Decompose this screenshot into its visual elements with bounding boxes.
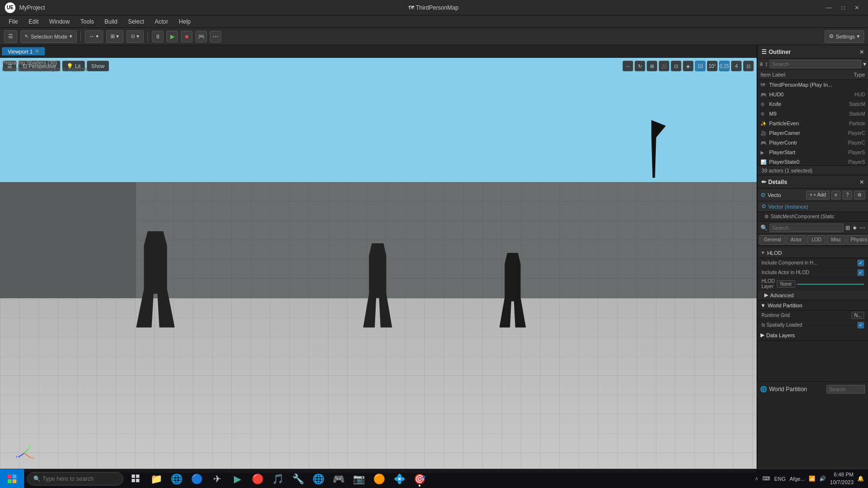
- outliner-item-3[interactable]: ⚙ M9 StaticM: [758, 109, 868, 119]
- include-actor-value[interactable]: ✓: [857, 269, 864, 276]
- hlod-layer-value[interactable]: None: [777, 280, 795, 288]
- outliner-item-6[interactable]: 🎮 PlayerContr PlayerC: [758, 138, 868, 147]
- taskbar-icon-10[interactable]: 🎮: [329, 469, 348, 488]
- viewport-rotate-icon[interactable]: ↻: [635, 61, 645, 71]
- pause-button[interactable]: ⏸: [152, 31, 163, 42]
- sort-icon[interactable]: ↕: [765, 61, 768, 67]
- outliner-item-2[interactable]: ⚙ Knife StaticM: [758, 99, 868, 109]
- spatially-loaded-value[interactable]: ✓: [857, 322, 864, 329]
- play-button[interactable]: ▶: [166, 31, 178, 42]
- viewport-lod[interactable]: 4: [731, 61, 742, 71]
- runtime-grid-value[interactable]: N...: [852, 312, 864, 319]
- taskbar-telegram[interactable]: ✈: [207, 469, 227, 488]
- transform-button[interactable]: ↔ ▾: [85, 30, 103, 43]
- taskbar-icon-12[interactable]: 🟠: [369, 469, 389, 488]
- taskbar-clock[interactable]: 6:48 PM 10/7/2023: [830, 471, 854, 486]
- mode-button[interactable]: ⊙ ▾: [126, 30, 144, 43]
- outliner-item-0[interactable]: 🗺 ThirdPersonMap (Play In...: [758, 80, 868, 90]
- spatially-loaded-checkbox[interactable]: ✓: [857, 322, 864, 329]
- details-tab-general[interactable]: General: [760, 235, 786, 245]
- world-partition-search-input[interactable]: [827, 385, 865, 394]
- menu-window[interactable]: Window: [44, 17, 75, 26]
- taskbar-file-explorer[interactable]: 📁: [147, 469, 166, 488]
- details-tab-actor[interactable]: Actor: [787, 235, 806, 245]
- viewport-scale-icon[interactable]: ⊞: [647, 61, 657, 71]
- include-component-checkbox[interactable]: ✓: [857, 260, 864, 266]
- viewport-angle-snap[interactable]: 10°: [707, 61, 718, 71]
- world-partition-section-header[interactable]: ▼ World Partition: [758, 300, 868, 311]
- details-filter-button[interactable]: ≡: [831, 191, 841, 199]
- viewport-tab-close[interactable]: ✕: [35, 48, 39, 54]
- more-icon[interactable]: ⋯: [859, 224, 865, 231]
- add-filter-icon[interactable]: ▾: [863, 61, 866, 67]
- menu-build[interactable]: Build: [100, 17, 122, 26]
- outliner-list[interactable]: 🗺 ThirdPersonMap (Play In... 🎮 HUD0 HUD …: [758, 80, 868, 165]
- details-tab-physics[interactable]: Physics: [846, 235, 868, 245]
- viewport-surface-icon[interactable]: ◈: [683, 61, 693, 71]
- viewport-camera-icon[interactable]: 🎥: [659, 61, 669, 71]
- menu-file[interactable]: File: [4, 17, 23, 26]
- outliner-search-input[interactable]: [770, 60, 861, 68]
- taskbar-search-input[interactable]: [42, 475, 110, 482]
- minimize-button[interactable]: —: [822, 2, 836, 13]
- outliner-item-4[interactable]: ✨ ParticleEven Particle: [758, 119, 868, 128]
- outliner-item-5[interactable]: 🎥 PlayerCamer PlayerC: [758, 128, 868, 138]
- include-actor-checkbox[interactable]: ✓: [857, 269, 864, 276]
- viewport-canvas[interactable]: ☰ ⊡ Perspective 💡 Lit Show ↔ ↻: [0, 58, 757, 473]
- taskbar-up-arrow-icon[interactable]: ∧: [755, 475, 759, 482]
- taskbar-icon-7[interactable]: 🎵: [268, 469, 287, 488]
- bookmark-icon[interactable]: ★: [852, 224, 857, 231]
- details-search-input[interactable]: [770, 224, 843, 232]
- show-button[interactable]: Show: [87, 61, 109, 71]
- viewport-tab-1[interactable]: Viewport 1 ✕: [2, 47, 45, 55]
- viewport-maximize[interactable]: ⊡: [743, 61, 754, 71]
- menu-edit[interactable]: Edit: [24, 17, 43, 26]
- advanced-section[interactable]: ▶ Advanced: [758, 290, 868, 300]
- menu-select[interactable]: Select: [123, 17, 149, 26]
- viewport-translate-icon[interactable]: ↔: [623, 61, 633, 71]
- toolbar-hamburger[interactable]: ☰: [4, 30, 17, 43]
- details-info-button[interactable]: ?: [842, 191, 852, 199]
- snap-button[interactable]: ⊞ ▾: [106, 30, 123, 43]
- menu-help[interactable]: Help: [174, 17, 196, 26]
- close-button[interactable]: ✕: [851, 2, 863, 13]
- filter-icon[interactable]: ≡: [760, 61, 763, 67]
- outliner-item-8[interactable]: 📊 PlayerState0 PlayerS: [758, 157, 868, 165]
- start-button[interactable]: [0, 469, 24, 488]
- taskbar-icon-11[interactable]: 📷: [349, 469, 368, 488]
- taskbar-icon-6[interactable]: 🔴: [248, 469, 267, 488]
- stop-button[interactable]: ■: [181, 31, 192, 42]
- platform-button[interactable]: 🎮: [195, 31, 207, 42]
- menu-tools[interactable]: Tools: [76, 17, 99, 26]
- taskbar-edge[interactable]: 🌐: [167, 469, 186, 488]
- taskbar-unreal-active[interactable]: 🎯: [410, 469, 429, 488]
- more-options-button[interactable]: ⋯: [210, 31, 221, 42]
- notification-icon[interactable]: 🔔: [857, 475, 864, 482]
- data-layers-section-header[interactable]: ▶ Data Layers: [758, 330, 868, 341]
- viewport-scale-snap[interactable]: 0.25: [719, 61, 730, 71]
- details-tab-misc[interactable]: Misc: [827, 235, 845, 245]
- selection-mode-button[interactable]: ↖ Selection Mode ▾: [20, 30, 77, 43]
- outliner-item-1[interactable]: 🎮 HUD0 HUD: [758, 90, 868, 99]
- grid-view-icon[interactable]: ⊞: [845, 224, 850, 231]
- outliner-item-7[interactable]: ▶ PlayerStart PlayerS: [758, 147, 868, 157]
- menu-actor[interactable]: Actor: [150, 17, 173, 26]
- outliner-close-icon[interactable]: ✕: [859, 49, 864, 55]
- details-close-icon[interactable]: ✕: [859, 179, 864, 185]
- taskbar-icon-5[interactable]: ▶: [228, 469, 247, 488]
- taskbar-icon-8[interactable]: 🔧: [288, 469, 308, 488]
- viewport-grid-icon[interactable]: ⊡: [671, 61, 681, 71]
- settings-button[interactable]: ⚙ Settings ▾: [825, 30, 864, 43]
- taskbar-icon-13[interactable]: 💠: [390, 469, 409, 488]
- viewport-grid-size[interactable]: 10: [695, 61, 705, 71]
- hlod-section-header[interactable]: ▼ HLOD: [758, 248, 868, 258]
- taskbar-search-box[interactable]: 🔍: [27, 472, 123, 486]
- taskbar-chrome[interactable]: 🔵: [187, 469, 206, 488]
- details-add-button[interactable]: + + Add: [806, 191, 829, 199]
- taskbar-icon-9[interactable]: 🌐: [309, 469, 328, 488]
- restore-button[interactable]: □: [838, 2, 849, 13]
- taskbar-task-view[interactable]: [126, 469, 146, 488]
- details-settings-button[interactable]: ⚙: [854, 191, 865, 199]
- include-component-value[interactable]: ✓: [857, 260, 864, 266]
- details-tab-lod[interactable]: LOD: [807, 235, 826, 245]
